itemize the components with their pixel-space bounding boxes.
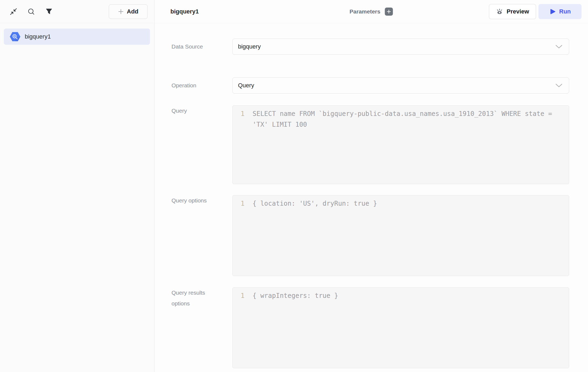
preview-button[interactable]: Preview <box>489 4 536 19</box>
query-sidebar: Add bigquery1 <box>0 0 155 372</box>
query-list: bigquery1 <box>0 23 154 45</box>
play-icon <box>549 8 556 15</box>
operation-value: Query <box>238 82 254 89</box>
query-editor-panel: bigquery1 Parameters Preview <box>155 0 588 372</box>
query-options-code-editor[interactable]: 1 { location: 'US', dryRun: true } <box>232 195 569 276</box>
preview-button-label: Preview <box>507 8 529 15</box>
parameters-group: Parameters <box>349 8 393 16</box>
query-editor-header: bigquery1 Parameters Preview <box>155 0 588 23</box>
parameters-label: Parameters <box>349 8 380 15</box>
query-results-options-label: Query results options <box>172 287 223 309</box>
add-button-label: Add <box>127 8 138 15</box>
query-code-editor[interactable]: 1 SELECT name FROM `bigquery-public-data… <box>232 105 569 184</box>
operation-row: Operation Query <box>172 77 569 94</box>
run-button-label: Run <box>559 8 571 15</box>
eye-icon <box>496 8 503 15</box>
query-row: Query 1 SELECT name FROM `bigquery-publi… <box>172 105 569 184</box>
chevron-down-icon <box>555 45 562 49</box>
data-source-value: bigquery <box>238 43 261 50</box>
data-source-row: Data Source bigquery <box>172 39 569 55</box>
line-number: 1 <box>233 290 253 301</box>
query-label: Query <box>172 105 223 116</box>
query-title: bigquery1 <box>170 8 199 15</box>
query-options-label: Query options <box>172 195 223 206</box>
query-options-row: Query options 1 { location: 'US', dryRun… <box>172 195 569 276</box>
line-number: 1 <box>233 108 253 119</box>
query-placeholder-text: SELECT name FROM `bigquery-public-data.u… <box>253 108 569 130</box>
query-results-options-placeholder-text: { wrapIntegers: true } <box>253 290 569 301</box>
run-button[interactable]: Run <box>538 4 582 19</box>
query-results-options-row: Query results options 1 { wrapIntegers: … <box>172 287 569 368</box>
collapse-panel-icon[interactable] <box>10 8 17 15</box>
bigquery-icon <box>10 32 20 42</box>
query-results-options-code-editor[interactable]: 1 { wrapIntegers: true } <box>232 287 569 368</box>
sidebar-toolbar: Add <box>0 0 154 23</box>
query-options-placeholder-text: { location: 'US', dryRun: true } <box>253 198 569 209</box>
query-list-item-bigquery1[interactable]: bigquery1 <box>4 29 150 45</box>
operation-select[interactable]: Query <box>232 77 569 94</box>
filter-funnel-icon[interactable] <box>45 8 53 15</box>
operation-label: Operation <box>172 80 223 91</box>
plus-icon <box>387 9 391 14</box>
search-icon[interactable] <box>27 8 35 15</box>
add-query-button[interactable]: Add <box>109 4 148 19</box>
data-source-label: Data Source <box>172 41 223 52</box>
chevron-down-icon <box>555 84 562 87</box>
plus-icon <box>118 9 124 15</box>
query-item-label: bigquery1 <box>25 33 51 40</box>
data-source-select[interactable]: bigquery <box>232 39 569 55</box>
header-actions: Preview Run <box>489 4 582 19</box>
query-form: Data Source bigquery Operation Query <box>155 23 588 372</box>
add-parameter-button[interactable] <box>385 8 393 16</box>
line-number: 1 <box>233 198 253 209</box>
